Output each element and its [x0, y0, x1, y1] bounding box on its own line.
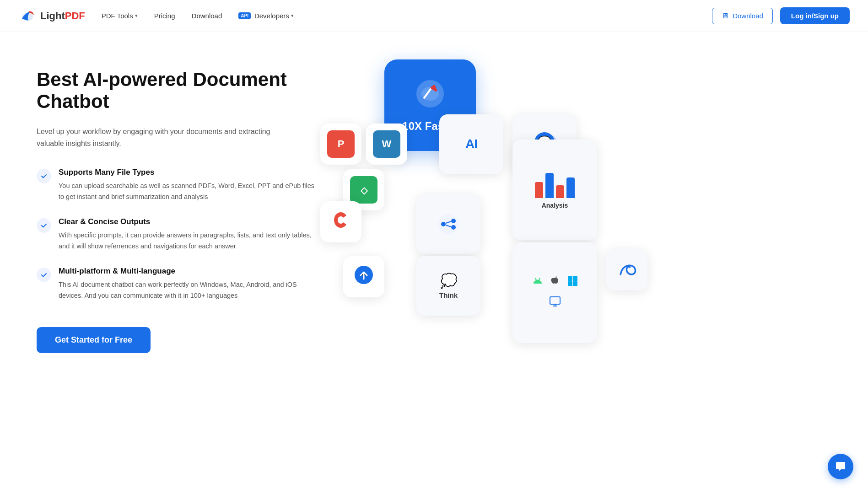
think-label: Think	[439, 291, 458, 299]
hero-left: Best AI-powered Document Chatbot Level u…	[37, 69, 320, 353]
platforms-card	[512, 242, 597, 343]
hero-subtitle: Level up your workflow by engaging with …	[37, 126, 293, 150]
nav-pdf-tools[interactable]: PDF Tools ▾	[102, 12, 138, 20]
ai-label: AI	[465, 137, 477, 151]
get-started-button[interactable]: Get Started for Free	[37, 327, 151, 353]
logo-icon	[18, 7, 37, 25]
sync-card	[416, 194, 480, 254]
feature-item-outputs: Clear & Concise Outputs With specific pr…	[37, 217, 320, 252]
feature-title-2: Clear & Concise Outputs	[59, 217, 320, 226]
svg-text:◇: ◇	[360, 185, 368, 195]
svg-point-12	[451, 225, 456, 230]
sync-icon	[436, 212, 461, 236]
page-title: Best AI-powered Document Chatbot	[37, 69, 320, 113]
check-icon-3	[37, 268, 51, 282]
feature-desc-2: With specific prompts, it can provide an…	[59, 230, 320, 252]
svg-point-1	[29, 11, 31, 13]
download-button[interactable]: 🖥 Download	[712, 8, 773, 24]
logo-text: LightPDF	[40, 10, 85, 22]
bar-4	[566, 177, 575, 198]
ppt-icon: P	[327, 130, 355, 158]
brand-card	[606, 249, 647, 290]
bar-3	[556, 185, 564, 198]
api-badge: API	[238, 12, 251, 19]
chat-support-button[interactable]	[828, 454, 853, 479]
nav-left: LightPDF PDF Tools ▾ Pricing Download AP…	[18, 7, 294, 25]
word-card: W	[366, 124, 407, 165]
feature-item-file-types: Supports Many File Types You can upload …	[37, 168, 320, 203]
nav-developers[interactable]: API Developers ▾	[238, 12, 294, 20]
desktop-icon	[549, 295, 561, 311]
svg-point-10	[441, 222, 446, 226]
feature-title-3: Multi-platform & Multi-language	[59, 267, 320, 276]
analysis-card: Analysis	[512, 140, 597, 240]
scribd-card	[320, 201, 361, 242]
speed-icon	[414, 78, 446, 115]
think-icon: 💭	[440, 273, 457, 289]
svg-point-11	[451, 219, 456, 223]
android-icon	[531, 274, 544, 290]
feature-desc-1: You can upload searchable as well as sca…	[59, 181, 320, 203]
analysis-label: Analysis	[542, 202, 568, 209]
ppt-card: P	[320, 124, 361, 165]
upload-card	[343, 256, 384, 297]
feature-desc-3: This AI document chatbot can work perfec…	[59, 279, 320, 301]
epub-icon: ◇	[350, 176, 377, 204]
think-card: 💭 Think	[416, 256, 480, 316]
svg-rect-15	[568, 276, 572, 281]
nav-pricing[interactable]: Pricing	[154, 12, 175, 20]
bar-2	[545, 173, 554, 198]
nav-download[interactable]: Download	[192, 12, 222, 20]
check-icon-2	[37, 218, 51, 233]
svg-rect-16	[573, 276, 577, 281]
word-icon: W	[373, 130, 400, 158]
platform-icons	[528, 274, 582, 311]
feature-list: Supports Many File Types You can upload …	[37, 168, 320, 301]
logo[interactable]: LightPDF	[18, 7, 85, 25]
bar-1	[535, 182, 543, 198]
brand-swirl-icon	[616, 258, 637, 283]
monitor-icon: 🖥	[722, 12, 729, 20]
ai-card: AI	[439, 114, 503, 174]
login-signup-button[interactable]: Log in/Sign up	[780, 7, 850, 24]
hero-illustration: 10X Faster P W ◇ AI	[320, 59, 831, 334]
svg-rect-19	[550, 297, 560, 304]
windows-icon	[566, 274, 579, 290]
chevron-down-icon-2: ▾	[291, 13, 294, 19]
svg-rect-17	[568, 281, 572, 286]
feature-title-1: Supports Many File Types	[59, 168, 320, 177]
check-icon-1	[37, 169, 51, 183]
chevron-down-icon: ▾	[135, 13, 138, 19]
bar-chart	[535, 171, 575, 198]
svg-rect-18	[573, 281, 577, 286]
navbar: LightPDF PDF Tools ▾ Pricing Download AP…	[0, 0, 868, 32]
apple-icon	[549, 274, 561, 290]
scribd-icon	[330, 209, 351, 235]
upload-icon	[353, 264, 374, 290]
feature-item-multiplatform: Multi-platform & Multi-language This AI …	[37, 267, 320, 301]
nav-right: 🖥 Download Log in/Sign up	[712, 7, 850, 24]
hero-section: Best AI-powered Document Chatbot Level u…	[0, 32, 868, 381]
